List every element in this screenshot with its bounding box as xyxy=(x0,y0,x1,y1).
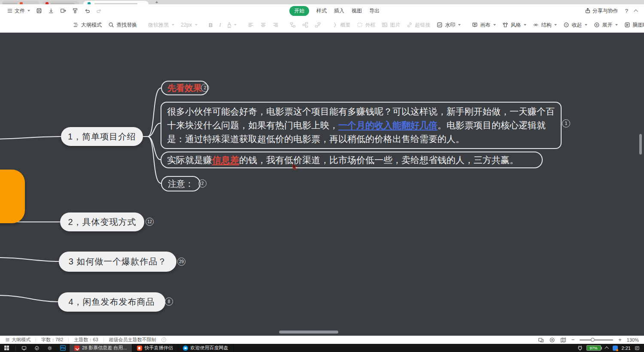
save-icon xyxy=(36,8,42,14)
new-tab-button[interactable]: + xyxy=(154,0,160,4)
taskbar-item-label: 快手直播伴侣 xyxy=(145,345,173,351)
tab-view[interactable]: 视图 xyxy=(352,7,362,15)
branch-node-2[interactable]: 2，具体变现方式 xyxy=(60,212,144,231)
bold-button[interactable]: B xyxy=(209,22,213,28)
tab-insert[interactable]: 插入 xyxy=(334,7,344,15)
file-menu[interactable]: 文件 xyxy=(7,7,30,15)
child-node-note[interactable]: 注意： xyxy=(161,176,200,191)
vertical-scrollbar[interactable] xyxy=(639,134,642,155)
hyperlink-button[interactable]: 超链接 xyxy=(407,21,430,29)
remote-app-tray-icon[interactable] xyxy=(34,346,39,351)
parent-topic-icon xyxy=(315,22,321,28)
collapse-badge[interactable]: 8 xyxy=(165,297,173,306)
tray-expand-icon[interactable] xyxy=(605,346,609,351)
collapse-badge[interactable]: 2 xyxy=(198,179,207,188)
italic-button[interactable]: I xyxy=(219,21,221,28)
align-center-button[interactable] xyxy=(260,22,266,28)
mindmap-canvas[interactable]: 1，简单项目介绍 先看效果 2 很多小伙伴可能会好奇，电影票这个项目能有多赚钱呢… xyxy=(0,33,644,336)
child-node-info-gap[interactable]: 实际就是赚信息差的钱，我有低价渠道，比市场价低一些，卖给想省钱的人，三方共赢。 xyxy=(161,152,543,168)
canvas-button[interactable]: 画布 xyxy=(472,21,496,29)
battery-indicator[interactable]: 97% xyxy=(586,345,602,351)
expand-button[interactable]: 展开 xyxy=(594,21,618,29)
collapse-badge[interactable]: 1 xyxy=(562,119,570,127)
find-replace-button[interactable]: 查找替换 xyxy=(108,21,137,29)
zoom-slider[interactable] xyxy=(580,340,613,340)
zoom-out-button[interactable]: − xyxy=(571,337,575,343)
sibling-topic-icon xyxy=(290,22,296,28)
hyperlink-label: 超链接 xyxy=(415,21,430,29)
file-menu-label: 文件 xyxy=(15,7,25,15)
align-left-button[interactable] xyxy=(248,22,254,28)
summary-button[interactable]: 概要 xyxy=(332,21,350,29)
power-plug-icon[interactable] xyxy=(577,345,583,351)
taskbar-item-document[interactable]: 28 影票信息差 自用... xyxy=(70,344,132,352)
screen-share-tray-icon[interactable] xyxy=(21,346,27,351)
horizontal-scrollbar[interactable] xyxy=(279,331,338,334)
mindmap-ppt-button[interactable]: 脑图PPT xyxy=(624,21,644,29)
badge-count: 29 xyxy=(179,259,184,264)
redo-button[interactable] xyxy=(96,8,102,14)
download-button[interactable] xyxy=(48,8,54,14)
collapse-badge[interactable]: 29 xyxy=(177,258,185,266)
zoom-slider-thumb[interactable] xyxy=(591,338,595,342)
branch-node-4[interactable]: 4，闲鱼发布发布商品 xyxy=(58,292,165,312)
font-family-select[interactable]: 微软雅黑 xyxy=(148,21,174,29)
structure-button[interactable]: 结构 xyxy=(533,21,557,29)
collapse-button[interactable]: 收起 xyxy=(563,21,587,29)
branch-node-3[interactable]: 3 如何做一个爆款作品？ xyxy=(59,252,176,272)
watermark-button[interactable]: 水印 xyxy=(437,21,461,29)
font-color-button[interactable]: A xyxy=(228,22,237,28)
insert-image-button[interactable]: 图片 xyxy=(382,21,400,29)
insert-parent-topic-button[interactable] xyxy=(315,22,321,28)
tab-home[interactable]: 开始 xyxy=(289,6,309,16)
settings-gear-icon[interactable] xyxy=(47,346,52,351)
zoom-in-button[interactable]: + xyxy=(618,337,622,343)
outline-mode-button[interactable]: 大纲模式 xyxy=(73,21,102,29)
style-button[interactable]: 风格 xyxy=(502,21,526,29)
outline-mode-icon xyxy=(73,22,79,28)
collapse-badge[interactable]: 2 xyxy=(201,84,209,92)
statusbar-outline-mode-button[interactable]: 大纲模式 xyxy=(5,337,30,343)
caret-icon xyxy=(585,24,587,26)
collapse-badge[interactable]: 12 xyxy=(146,218,154,226)
help-button[interactable]: ? xyxy=(625,8,628,14)
vip-info-icon[interactable]: ? xyxy=(161,337,166,342)
search-icon xyxy=(108,22,114,28)
taskbar-item-baidu-netdisk[interactable]: 欢迎使用百度网盘 xyxy=(178,344,234,352)
fit-screen-icon[interactable] xyxy=(538,337,544,343)
child-node-paragraph[interactable]: 很多小伙伴可能会好奇，电影票这个项目能有多赚钱呢？可以这样说，新手刚开始做，一天… xyxy=(161,102,562,149)
taskbar-item-kuaishou[interactable]: 快手直播伴侣 xyxy=(132,344,178,352)
tray-app-icon[interactable] xyxy=(613,346,618,351)
branch-node-1[interactable]: 1，简单项目介绍 xyxy=(61,127,143,146)
divider xyxy=(15,346,16,351)
menubar: 文件 开始 样式 插入 xyxy=(0,4,644,17)
root-topic-node[interactable] xyxy=(0,170,25,223)
minimap-icon[interactable] xyxy=(560,337,566,343)
clock[interactable]: 2:21 xyxy=(622,346,631,351)
tab-style[interactable]: 样式 xyxy=(316,7,327,15)
outer-frame-label: 外框 xyxy=(365,21,375,29)
tab-export[interactable]: 导出 xyxy=(369,7,380,15)
mindmap-ppt-label: 脑图PPT xyxy=(632,21,644,29)
taskbar-item-label: 28 影票信息差 自用... xyxy=(82,345,127,351)
start-button[interactable] xyxy=(4,346,9,351)
style-label: 风格 xyxy=(510,21,521,29)
export-file-button[interactable] xyxy=(60,8,66,14)
outer-frame-button[interactable]: 外框 xyxy=(357,21,375,29)
photoshop-taskbar-icon[interactable]: Ps xyxy=(60,345,66,351)
insert-child-topic-button[interactable] xyxy=(302,22,308,28)
play-ppt-icon xyxy=(624,22,630,28)
save-button[interactable] xyxy=(36,8,42,14)
collapse-circle-icon xyxy=(563,22,569,28)
format-painter-button[interactable] xyxy=(72,8,78,14)
share-collaborate-button[interactable]: 分享与协作 xyxy=(585,7,618,15)
tshirt-icon xyxy=(502,22,508,28)
collapse-ribbon-icon[interactable] xyxy=(634,9,638,13)
notification-center-icon[interactable] xyxy=(635,346,640,351)
align-right-button[interactable] xyxy=(273,22,279,28)
locate-center-icon[interactable] xyxy=(549,337,555,343)
info-gap-text-post: 的钱，我有低价渠道，比市场价低一些，卖给想省钱的人，三方共赢。 xyxy=(239,154,519,166)
undo-button[interactable] xyxy=(84,8,90,14)
insert-sibling-topic-button[interactable] xyxy=(290,22,296,28)
font-size-select[interactable]: 22px xyxy=(181,22,197,28)
